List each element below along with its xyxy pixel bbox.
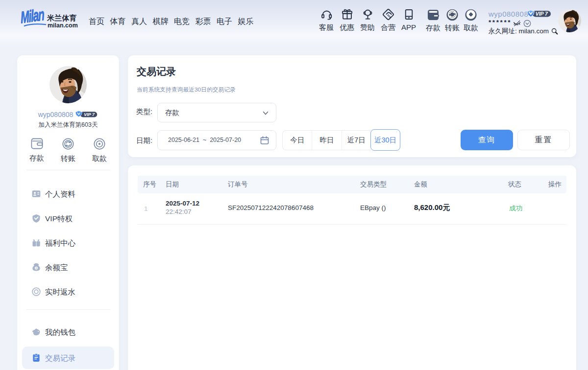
svg-text:VIP 7: VIP 7 xyxy=(536,11,548,17)
svg-text:VIP 7: VIP 7 xyxy=(84,112,96,117)
